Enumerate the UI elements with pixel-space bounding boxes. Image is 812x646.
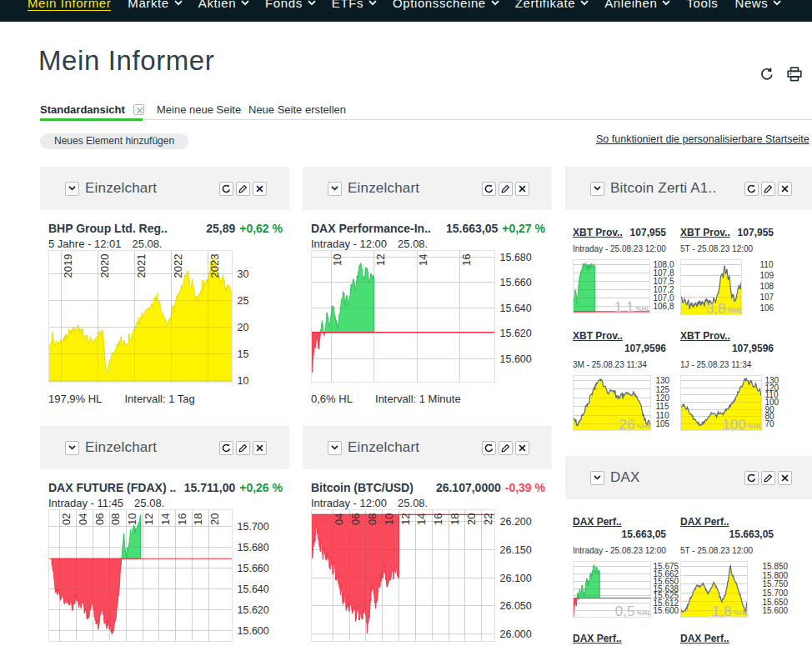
widget-edit-button[interactable] [761,471,775,485]
page-title: Mein Informer [38,45,214,77]
chart-period: 1J - 25.08.23 11:34 [680,360,788,369]
svg-text:2021: 2021 [135,254,148,278]
widget-select-icon[interactable] [590,471,604,485]
widget-close-button[interactable] [515,441,529,455]
widget-header: Bitcoin Zerti A1.. [565,167,812,210]
instrument-link[interactable]: DAX Perf.. [680,516,729,528]
mini-chart: 130120110100908070100%HL [680,374,788,436]
widget-close-button[interactable] [778,471,792,485]
chart: 15.70015.68015.66015.64015.62015.6000204… [48,508,283,646]
widget-refresh-button[interactable] [482,441,496,455]
instrument-link[interactable]: XBT Prov.. [573,330,623,343]
view-tabs: Standardansicht Meine neue Seite Neue Se… [40,103,812,121]
instrument-value: 107,9596 [619,343,666,355]
widget-edit-button[interactable] [499,182,513,196]
instrument-change: +0,62 % [239,222,283,235]
instrument-value: 15.663,05 [617,528,666,541]
nav-item-anleihen[interactable]: Anleihen [604,0,669,10]
chart-period: 3M - 25.08.23 11:34 [573,360,680,369]
print-icon[interactable] [787,67,802,82]
widget-select-icon[interactable] [328,182,342,196]
svg-text:15.700: 15.700 [763,588,789,598]
widget-einzelchart-fdax: Einzelchart DAX FUTURE (FDAX) .. 15.711,… [40,426,289,646]
instrument-value: 107,9596 [727,343,774,355]
widget-refresh-button[interactable] [219,182,233,196]
chart-period: 5 Jahre - 12:0125.08. [48,238,283,249]
nav-item-aktien[interactable]: Aktien [198,0,248,10]
svg-text:120: 120 [656,393,670,403]
svg-text:04: 04 [77,513,89,525]
instrument-link[interactable]: DAX Perf.. [680,633,729,645]
mini-chart-cell: XBT Prov.. 107,9596 1J - 25.08.23 11:34 … [680,330,788,446]
nav-item-fonds[interactable]: Fonds [265,0,315,10]
widget-title: DAX [610,469,744,486]
instrument-change: +0,27 % [502,222,545,235]
instrument-value: 15.663,05 [446,222,498,235]
widget-close-button[interactable] [253,441,267,455]
widget-dax: DAX DAX Perf.. 15.663,05 Intraday - 25.0… [565,456,812,646]
widget-title: Einzelchart [348,439,482,456]
widget-edit-button[interactable] [236,441,250,455]
nav-item-news[interactable]: News [734,0,780,10]
widget-close-button[interactable] [253,182,267,196]
chart: 15.68015.66015.64015.62015.60010121416 [311,249,545,388]
widget-select-icon[interactable] [590,182,604,196]
svg-text:%HL: %HL [637,423,652,430]
nav-item-tools[interactable]: Tools [686,0,718,10]
svg-text:1,1: 1,1 [614,299,634,315]
widget-edit-button[interactable] [236,182,250,196]
instrument-link[interactable]: DAX Perf.. [573,516,622,528]
svg-text:115: 115 [656,402,669,411]
nav-item-optionsscheine[interactable]: Optionsscheine [393,0,499,10]
add-element-button[interactable]: Neues Element hinzufügen [40,133,188,149]
svg-text:20: 20 [465,513,478,525]
widget-edit-button[interactable] [499,441,513,455]
tab-meine-neue-seite[interactable]: Meine neue Seite [157,103,241,116]
widget-select-icon[interactable] [328,441,342,455]
nav-item-mein-informer[interactable]: Mein Informer [28,0,111,11]
widget-close-button[interactable] [515,182,529,196]
tab-neue-seite-erstellen[interactable]: Neue Seite erstellen [248,103,346,116]
chevron-down-icon [308,0,315,8]
svg-text:18: 18 [192,513,204,525]
svg-text:15.750: 15.750 [763,579,789,588]
chart-period: 5T - 25.08.23 12:00 [680,546,788,555]
svg-text:2019: 2019 [62,254,74,278]
chevron-down-icon [491,0,499,8]
svg-text:12: 12 [374,254,387,266]
svg-text:12: 12 [399,513,412,525]
nav-item-maerkte[interactable]: Märkte [128,0,181,10]
svg-text:18: 18 [449,513,461,525]
widget-refresh-button[interactable] [744,471,759,485]
instrument-link[interactable]: XBT Prov.. [680,227,730,239]
instrument-name[interactable]: DAX Performance-In.. [311,222,431,235]
widget-close-button[interactable] [778,182,792,196]
widget-refresh-button[interactable] [482,182,496,196]
svg-text:20: 20 [208,513,221,525]
nav-item-etfs[interactable]: ETFs [332,0,376,10]
tab-standardansicht[interactable]: Standardansicht [40,103,125,116]
chart-period: Intraday - 25.08.23 12:00 [573,244,680,253]
widget-refresh-button[interactable] [219,441,233,455]
instrument-link[interactable]: XBT Prov.. [573,227,623,239]
instrument-name[interactable]: BHP Group Ltd. Reg.. [48,222,168,235]
widget-einzelchart-btc: Einzelchart Bitcoin (BTC/USD) 26.107,000… [303,426,552,646]
svg-text:26: 26 [619,417,635,433]
instrument-change: +0,26 % [239,481,283,494]
widget-refresh-button[interactable] [744,182,759,196]
nav-item-zertifikate[interactable]: Zertifikate [515,0,588,10]
widget-select-icon[interactable] [65,182,79,196]
close-tab-icon[interactable] [133,104,144,115]
personalization-help-link[interactable]: So funktioniert die personalisierbare St… [596,133,809,145]
instrument-name[interactable]: Bitcoin (BTC/USD) [311,481,414,494]
refresh-page-icon[interactable] [759,67,774,82]
widget-header: Einzelchart [303,426,552,469]
widget-header: Einzelchart [40,426,289,469]
instrument-link[interactable]: XBT Prov.. [680,330,730,343]
widget-edit-button[interactable] [761,182,775,196]
svg-text:12: 12 [143,513,155,525]
instrument-link[interactable]: DAX Perf.. [573,633,622,645]
widget-select-icon[interactable] [65,441,79,455]
svg-text:14: 14 [417,254,429,266]
instrument-name[interactable]: DAX FUTURE (FDAX) .. [48,481,176,494]
